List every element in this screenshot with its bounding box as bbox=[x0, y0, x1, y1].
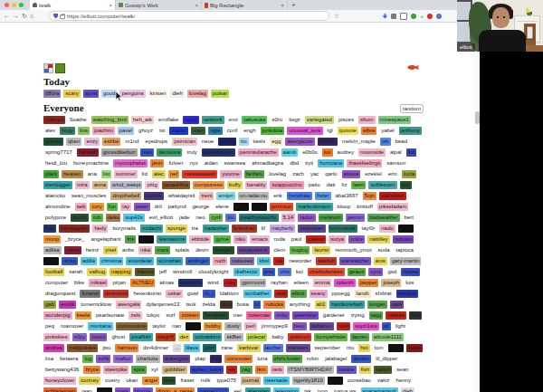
user-tag[interactable]: bloop bbox=[336, 203, 353, 211]
user-tag[interactable]: rayhan bbox=[269, 279, 289, 287]
scrollbar-track[interactable] bbox=[474, 23, 480, 392]
user-tag[interactable]: cplanth bbox=[334, 279, 355, 287]
user-tag[interactable]: nattilley bbox=[367, 235, 389, 244]
user-tag[interactable]: rosemae bbox=[246, 311, 271, 320]
user-tag[interactable]: eel bbox=[232, 387, 243, 392]
user-tag[interactable]: ALTNEU bbox=[130, 279, 155, 287]
user-tag[interactable]: penguins bbox=[119, 90, 145, 98]
user-tag[interactable]: milan bbox=[406, 344, 423, 352]
user-tag[interactable]: anbs bbox=[120, 246, 136, 254]
user-tag[interactable]: cuetry bbox=[103, 377, 121, 385]
user-tag[interactable]: attergauze bbox=[285, 138, 314, 146]
user-tag[interactable]: nadasher bbox=[203, 225, 229, 233]
overflow-chevrons-icon[interactable]: » bbox=[420, 14, 423, 19]
user-tag[interactable]: macros bbox=[43, 116, 65, 124]
user-tag[interactable]: peterseje bbox=[292, 311, 319, 320]
user-tag[interactable]: lug bbox=[82, 355, 93, 363]
user-tag[interactable]: soph1sta bbox=[353, 322, 378, 330]
user-tag[interactable]: sk8ter bbox=[224, 333, 243, 341]
user-tag[interactable]: hardkoreftwh bbox=[329, 301, 365, 309]
user-tag[interactable]: aubergine bbox=[163, 355, 191, 363]
user-tag[interactable]: pikseladam bbox=[377, 203, 408, 211]
green-avatar[interactable] bbox=[55, 63, 65, 73]
user-tag[interactable]: consebao bbox=[346, 377, 373, 385]
close-tab-icon[interactable]: × bbox=[109, 3, 112, 8]
user-tag[interactable]: maaaaaaaatt bbox=[182, 170, 217, 178]
close-tab-icon[interactable]: × bbox=[281, 3, 284, 8]
window-extension-icon[interactable] bbox=[400, 13, 407, 20]
user-tag[interactable]: rkm bbox=[255, 366, 268, 374]
user-tag[interactable]: tiegz bbox=[287, 116, 302, 124]
user-tag[interactable]: badweather bbox=[367, 214, 399, 222]
user-tag[interactable]: yabel bbox=[379, 127, 395, 135]
user-tag[interactable]: graves bbox=[43, 138, 63, 146]
user-tag[interactable]: norid bbox=[183, 116, 198, 124]
user-tag[interactable]: nika bbox=[138, 246, 152, 254]
user-tag[interactable]: soda bbox=[376, 246, 392, 254]
user-tag[interactable]: brimmedal bbox=[329, 225, 357, 233]
scrollbar-thumb[interactable] bbox=[475, 111, 480, 124]
user-tag[interactable]: joachim bbox=[92, 127, 115, 135]
user-tag[interactable]: whatdayisit bbox=[167, 192, 197, 200]
user-tag[interactable]: widowkan bbox=[298, 225, 325, 233]
user-tag[interactable]: cory bbox=[90, 203, 103, 211]
user-tag[interactable]: sarah bbox=[67, 268, 84, 276]
user-tag[interactable]: allcode1111 bbox=[372, 333, 404, 341]
user-tag[interactable]: mek bbox=[140, 148, 154, 157]
user-tag[interactable]: jyng bbox=[316, 387, 329, 392]
user-tag[interactable]: lore bbox=[43, 225, 56, 233]
user-tag[interactable]: emipri bbox=[216, 192, 234, 200]
user-tag[interactable]: pulsar bbox=[211, 90, 229, 98]
user-tag[interactable]: alex bbox=[43, 127, 57, 135]
user-tag[interactable]: buglog bbox=[290, 246, 310, 254]
user-tag[interactable]: tsk bbox=[302, 387, 313, 392]
user-tag[interactable]: harrison bbox=[115, 344, 138, 352]
user-tag[interactable] bbox=[252, 203, 267, 211]
user-tag[interactable]: alt3 bbox=[315, 301, 328, 309]
user-tag[interactable]: gyroe bbox=[214, 235, 231, 244]
user-tag[interactable]: tra bbox=[190, 225, 200, 233]
user-tag[interactable]: e0b0o bbox=[300, 148, 319, 157]
user-tag[interactable]: almas bbox=[157, 279, 176, 287]
user-tag[interactable]: ghost bbox=[110, 333, 127, 341]
user-tag[interactable]: trying bbox=[349, 311, 367, 320]
user-tag[interactable]: deks bbox=[106, 214, 121, 222]
user-tag[interactable]: pinkskies bbox=[43, 333, 70, 341]
user-tag[interactable]: emma bbox=[313, 279, 332, 287]
user-tag[interactable]: charlodezales bbox=[308, 268, 345, 276]
user-tag[interactable]: markrobinson bbox=[296, 203, 332, 211]
user-tag[interactable]: tagg bbox=[369, 311, 384, 320]
user-tag[interactable]: un.radar.nu bbox=[238, 192, 269, 200]
user-tag[interactable]: rob bbox=[91, 214, 103, 222]
user-tag[interactable]: bike bbox=[72, 279, 86, 287]
user-tag[interactable]: cyrll bbox=[209, 214, 223, 222]
user-tag[interactable]: softletown bbox=[368, 181, 396, 189]
user-tag[interactable]: light bbox=[394, 322, 407, 330]
user-tag[interactable]: bianca bbox=[135, 268, 155, 276]
user-tag[interactable]: alpal bbox=[388, 148, 404, 157]
user-tag[interactable]: anything bbox=[288, 301, 312, 309]
user-tag[interactable] bbox=[97, 387, 112, 392]
user-tag[interactable]: nado bbox=[379, 225, 395, 233]
user-tag[interactable]: wind_swept bbox=[110, 181, 142, 189]
user-tag[interactable] bbox=[398, 225, 414, 233]
user-tag[interactable]: fun bbox=[107, 203, 118, 211]
user-tag[interactable]: swansea bbox=[222, 159, 247, 167]
user-tag[interactable]: fish bbox=[359, 366, 371, 374]
user-tag[interactable]: jade bbox=[177, 214, 191, 222]
user-tag[interactable]: onice bbox=[348, 235, 365, 244]
user-tag[interactable]: starwars bbox=[286, 344, 310, 352]
user-tag[interactable]: serpentervit bbox=[237, 246, 269, 254]
user-tag[interactable]: karbivar bbox=[237, 344, 260, 352]
user-tag[interactable]: dylanjames13 bbox=[144, 301, 181, 309]
user-tag[interactable]: spacemansuit bbox=[361, 387, 398, 392]
user-tag[interactable]: lid bbox=[140, 170, 149, 178]
user-tag[interactable]: september bbox=[313, 344, 342, 352]
user-tag[interactable]: rubicka bbox=[263, 301, 284, 309]
user-tag[interactable]: alt bbox=[382, 322, 391, 330]
user-tag[interactable]: grossdikeburr bbox=[101, 148, 138, 157]
tab-big-rectangle[interactable]: Big Rectangle × bbox=[202, 0, 288, 10]
user-tag[interactable]: jsb bbox=[380, 138, 391, 146]
user-tag[interactable]: angelaphant bbox=[89, 235, 122, 244]
user-tag[interactable]: keegan bbox=[213, 246, 234, 254]
